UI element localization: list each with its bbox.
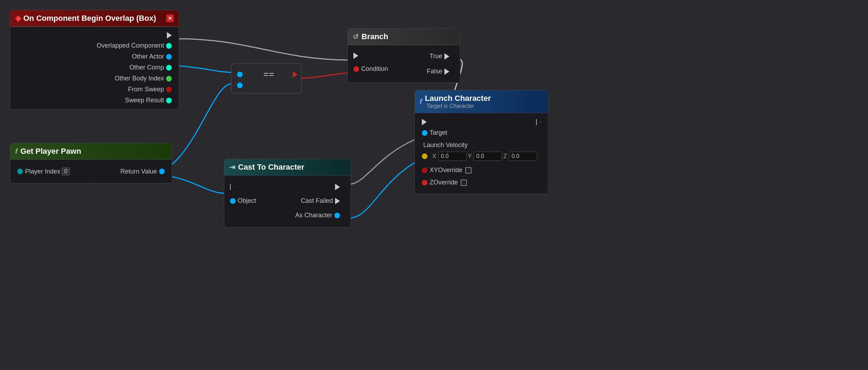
node-pawn-title: Get Player Pawn xyxy=(20,147,81,156)
other-body-label: Other Body Index xyxy=(115,75,164,82)
vec-y-label: Y xyxy=(468,153,472,159)
branch-exec-in-pin xyxy=(353,53,358,59)
pawn-player-index-badge[interactable]: 0 xyxy=(62,168,70,175)
pawn-return-row: Return Value xyxy=(120,168,167,175)
launch-xy-override-label: XYOverride xyxy=(430,166,462,174)
pawn-player-index-pin xyxy=(17,169,23,174)
launch-z-override-row: ZOverride xyxy=(415,177,548,188)
pawn-return-label: Return Value xyxy=(120,168,157,175)
launch-exec-in-pin xyxy=(422,119,427,125)
node-equals: == xyxy=(231,63,302,93)
launch-velocity-row: Launch Velocity X Y Z xyxy=(415,140,548,163)
branch-exec-in xyxy=(351,51,393,61)
sweep-result-label: Sweep Result xyxy=(125,97,164,104)
node-cast-title: Cast To Character xyxy=(238,163,304,172)
node-branch-body: Condition True False xyxy=(348,45,460,83)
node-pawn: f Get Player Pawn Player Index 0 Return … xyxy=(10,143,172,183)
other-actor-pin xyxy=(166,54,172,60)
node-launch-body: Target Launch Velocity X Y Z XYOverride … xyxy=(415,113,548,194)
overlap-pin-sweep-result: Sweep Result xyxy=(10,95,179,106)
other-comp-label: Other Comp xyxy=(129,64,164,71)
overlap-close-button[interactable]: ✕ xyxy=(166,14,174,22)
cast-exec-in-pin xyxy=(230,184,235,190)
branch-false-row: False xyxy=(422,66,456,77)
cast-exec-in-row xyxy=(228,182,261,192)
equals-body: == xyxy=(231,64,301,93)
node-cast: ⇥ Cast To Character Object Cast Failed xyxy=(224,159,351,228)
vec-x-label: X xyxy=(432,153,436,159)
launch-z-override-pin xyxy=(422,180,427,186)
node-cast-header: ⇥ Cast To Character xyxy=(224,159,351,176)
overlap-exec-out xyxy=(10,30,179,40)
branch-left-pins: Condition xyxy=(351,51,393,74)
equals-input-bottom xyxy=(237,83,243,88)
vec-z-input[interactable] xyxy=(509,152,537,161)
cast-as-character-row: As Character xyxy=(290,210,347,221)
overlap-icon: ◈ xyxy=(15,14,21,23)
equals-symbol: == xyxy=(248,69,290,80)
cast-failed-label: Cast Failed xyxy=(301,197,333,205)
branch-condition-row: Condition xyxy=(351,63,393,74)
launch-velocity-inputs: X Y Z xyxy=(432,152,537,161)
equals-top-row: == xyxy=(235,69,298,80)
overlapped-component-label: Overlapped Component xyxy=(97,42,164,49)
pawn-player-index-row: Player Index 0 xyxy=(15,168,71,175)
pawn-func-icon: f xyxy=(15,147,18,156)
node-pawn-body: Player Index 0 Return Value xyxy=(10,160,172,183)
cast-exec-out-row xyxy=(290,182,347,192)
pawn-player-index-label: Player Index xyxy=(25,168,60,175)
node-branch-title: Branch xyxy=(362,32,388,41)
other-actor-label: Other Actor xyxy=(132,53,164,60)
node-branch: ↺ Branch Condition True False xyxy=(347,28,460,83)
branch-icon: ↺ xyxy=(353,32,359,41)
node-overlap-title: On Component Begin Overlap (Box) xyxy=(23,14,156,23)
node-cast-body: Object Cast Failed As Character xyxy=(224,176,351,227)
launch-xy-override-row: XYOverride xyxy=(415,165,548,176)
overlap-pin-other-comp: Other Comp xyxy=(10,62,179,73)
sweep-result-pin xyxy=(166,98,172,103)
equals-output-pin xyxy=(293,71,298,78)
cast-right-pins: Cast Failed As Character xyxy=(290,182,347,221)
cast-object-label: Object xyxy=(238,197,256,205)
pawn-return-pin xyxy=(159,169,165,174)
launch-z-override-label: ZOverride xyxy=(430,179,458,186)
launch-velocity-label: Launch Velocity xyxy=(420,141,543,149)
overlap-pin-other-body: Other Body Index xyxy=(10,73,179,84)
node-overlap-body: Overlapped Component Other Actor Other C… xyxy=(10,27,179,109)
launch-xy-override-checkbox[interactable] xyxy=(465,167,472,174)
launch-xy-override-pin xyxy=(422,168,427,173)
cast-failed-row: Cast Failed xyxy=(290,195,347,206)
branch-true-row: True xyxy=(422,51,456,62)
vec-x-input[interactable] xyxy=(438,152,467,161)
overlapped-component-pin xyxy=(166,43,172,49)
branch-false-label: False xyxy=(427,68,442,75)
cast-as-character-pin xyxy=(334,213,340,218)
equals-input-top xyxy=(237,72,243,77)
vec-z-label: Z xyxy=(503,153,507,159)
cast-exec-out-pin xyxy=(335,184,340,190)
other-body-pin xyxy=(166,76,172,81)
launch-velocity-pin xyxy=(422,153,427,159)
launch-z-override-checkbox[interactable] xyxy=(461,180,467,186)
branch-true-pin xyxy=(444,53,449,60)
cast-object-pin xyxy=(230,198,236,204)
branch-right-pins: True False xyxy=(422,51,456,77)
branch-condition-label: Condition xyxy=(361,65,388,73)
launch-target-row: Target xyxy=(415,127,548,138)
from-sweep-pin xyxy=(166,87,172,92)
cast-left-pins: Object xyxy=(228,182,261,206)
overlap-pin-other-actor: Other Actor xyxy=(10,51,179,62)
node-launch-header: f Launch Character Target is Character xyxy=(415,90,548,113)
cast-icon: ⇥ xyxy=(229,163,235,171)
cast-failed-pin xyxy=(335,198,340,204)
overlap-pin-overlapped: Overlapped Component xyxy=(10,40,179,51)
cast-as-character-label: As Character xyxy=(295,212,332,219)
branch-false-pin xyxy=(444,68,449,75)
node-launch: f Launch Character Target is Character T… xyxy=(414,90,548,194)
vec-y-input[interactable] xyxy=(474,152,502,161)
branch-true-label: True xyxy=(430,53,442,60)
cast-object-row: Object xyxy=(228,195,261,206)
other-comp-pin xyxy=(166,65,172,71)
launch-func-icon: f xyxy=(420,98,422,106)
exec-out-pin xyxy=(167,32,172,38)
